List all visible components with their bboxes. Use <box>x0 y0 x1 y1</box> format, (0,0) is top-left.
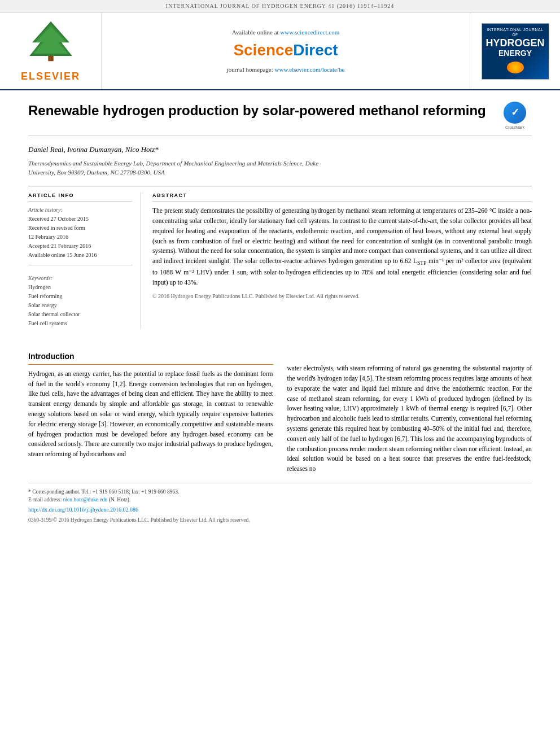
sciencedirect-url-link[interactable]: www.sciencedirect.com <box>280 29 339 36</box>
article-title-section: Renewable hydrogen production by solar-p… <box>28 102 532 136</box>
received-date: Received 27 October 2015 <box>28 215 132 223</box>
keywords-label: Keywords: <box>28 274 132 282</box>
affiliation: Thermodynamics and Sustainable Energy La… <box>28 159 532 177</box>
doi-link[interactable]: http://dx.doi.org/10.1016/j.ijhydene.201… <box>28 506 138 513</box>
intro-paragraph-left: Hydrogen, as an energy carrier, has the … <box>28 369 273 460</box>
elsevier-logo: ELSEVIER <box>21 19 80 84</box>
copyright-line: © 2016 Hydrogen Energy Publications LLC.… <box>152 292 532 300</box>
journal-homepage-link[interactable]: www.elsevier.com/locate/he <box>275 66 345 73</box>
journal-homepage-line: journal homepage: www.elsevier.com/locat… <box>227 65 345 74</box>
journal-citation: International Journal of Hydrogen Energy… <box>166 3 394 9</box>
keyword-2: Fuel reforming <box>28 292 132 300</box>
science-text: Science <box>233 41 293 59</box>
journal-cover: International Journal of HYDROGEN ENERGY <box>482 23 549 80</box>
stp-subscript: STP <box>417 260 427 267</box>
elsevier-logo-section: ELSEVIER <box>0 13 102 89</box>
available-online-date: Available online 15 June 2016 <box>28 251 132 259</box>
email-note: E-mail address: nico.hotz@duke.edu (N. H… <box>28 496 532 504</box>
svg-marker-3 <box>33 27 67 54</box>
email-link[interactable]: nico.hotz@duke.edu <box>63 497 107 503</box>
keyword-1: Hydrogen <box>28 283 132 291</box>
accepted-date: Accepted 21 February 2016 <box>28 242 132 250</box>
body-content: Introduction Hydrogen, as an energy carr… <box>28 351 532 474</box>
revised-date: 12 February 2016 <box>28 233 132 241</box>
doi-link-line: http://dx.doi.org/10.1016/j.ijhydene.201… <box>28 504 532 514</box>
elsevier-brand-text: ELSEVIER <box>21 69 80 84</box>
abstract-heading: Abstract <box>152 192 532 202</box>
body-column-left: Introduction Hydrogen, as an energy carr… <box>28 351 273 474</box>
authors-line: Daniel Real, Ivonna Dumanyan, Nico Hotz* <box>28 145 532 155</box>
issn-line: 0360-3199/© 2016 Hydrogen Energy Publica… <box>28 517 532 524</box>
direct-text: Direct <box>293 41 338 59</box>
body-column-right: water electrolysis, with steam reforming… <box>287 351 532 474</box>
journal-topbar: International Journal of Hydrogen Energy… <box>0 0 560 13</box>
intro-paragraph-right: water electrolysis, with steam reforming… <box>287 364 532 474</box>
info-abstract-section: Article Info Article history: Received 2… <box>28 186 532 329</box>
header-center: Available online at www.sciencedirect.co… <box>102 13 470 89</box>
article-title: Renewable hydrogen production by solar-p… <box>28 102 487 119</box>
journal-cover-section: International Journal of HYDROGEN ENERGY <box>470 13 560 89</box>
crossmark-icon: ✓ <box>504 102 526 123</box>
keyword-4: Solar thermal collector <box>28 311 132 318</box>
crossmark-label: CrossMark <box>505 125 524 130</box>
sciencedirect-brand: ScienceDirect <box>233 39 338 61</box>
keywords-section: Keywords: Hydrogen Fuel reforming Solar … <box>28 265 132 327</box>
crossmark-badge: ✓ CrossMark <box>498 102 532 130</box>
main-content: Renewable hydrogen production by solar-p… <box>0 90 560 535</box>
received-revised-label: Received in revised form <box>28 224 132 232</box>
keyword-5: Fuel cell systems <box>28 320 132 327</box>
footnote-section: * Corresponding author. Tel.: +1 919 660… <box>28 483 532 524</box>
article-history-label: Article history: <box>28 206 132 214</box>
abstract-panel: Abstract The present study demonstrates … <box>152 192 532 329</box>
article-info-panel: Article Info Article history: Received 2… <box>28 192 141 329</box>
keyword-3: Solar energy <box>28 302 132 309</box>
abstract-text: The present study demonstrates the possi… <box>152 206 532 288</box>
corresponding-author-note: * Corresponding author. Tel.: +1 919 660… <box>28 488 532 496</box>
intro-heading: Introduction <box>28 351 273 365</box>
available-online-text: Available online at www.sciencedirect.co… <box>232 28 340 37</box>
article-info-heading: Article Info <box>28 192 132 202</box>
elsevier-tree-icon <box>23 19 79 64</box>
sun-graphic-icon <box>507 62 524 73</box>
header: ELSEVIER Available online at www.science… <box>0 13 560 90</box>
